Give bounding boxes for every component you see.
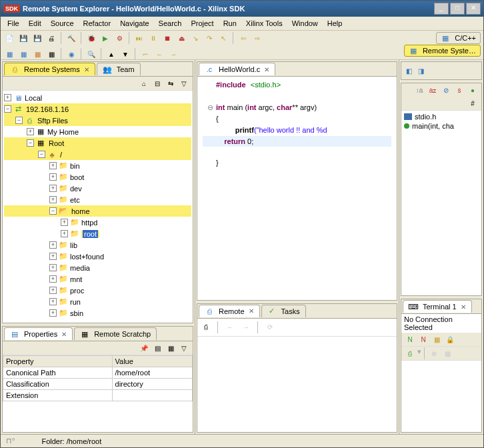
az-icon[interactable]: aᴢ [427, 84, 439, 96]
tab-team[interactable]: 👥Team [97, 63, 141, 75]
settings-icon[interactable]: ▦ [431, 333, 443, 345]
back-button[interactable]: ⇦ [237, 32, 249, 44]
outline-btn1[interactable]: ◧ [403, 65, 415, 77]
tab-properties[interactable]: ▤Properties✕ [4, 327, 73, 340]
terminal-content[interactable] [401, 361, 481, 432]
menu-search[interactable]: Search [155, 18, 186, 29]
menu-run[interactable]: Run [219, 18, 241, 29]
tree-dev: +📁dev [4, 183, 191, 194]
menu-dropdown-icon[interactable]: ▽ [178, 342, 190, 354]
sort-icon[interactable]: ↕a [413, 84, 425, 96]
close-button[interactable]: ✕ [466, 3, 481, 15]
folder-icon: 📁 [59, 195, 68, 205]
outline-btn2[interactable]: ◨ [415, 65, 427, 77]
hide-nonpublic-icon[interactable]: ● [467, 84, 479, 96]
close-tab-icon[interactable]: ✕ [249, 307, 254, 315]
maximize-button[interactable]: □ [450, 3, 465, 15]
linker-button[interactable]: ▦ [45, 48, 57, 60]
ext-tools-button[interactable]: ⚙ [113, 32, 125, 44]
minimize-button[interactable]: _ [434, 3, 449, 15]
pin-button[interactable]: 📌 [138, 342, 150, 354]
history-fwd-button[interactable]: → [167, 48, 179, 60]
connect-icon[interactable]: N [404, 333, 416, 345]
step-into-button[interactable]: ↘ [189, 32, 201, 44]
menu-xilinx-tools[interactable]: Xilinx Tools [242, 18, 287, 29]
suspend-button[interactable]: ⏸ [147, 32, 159, 44]
filter-button[interactable]: ▦ [165, 342, 177, 354]
annotation-next-button[interactable]: ▼ [119, 48, 131, 60]
save-button[interactable]: 💾 [17, 32, 29, 44]
close-tab-icon[interactable]: ✕ [461, 303, 466, 311]
perspective-cpp[interactable]: ▦C/C++ [436, 32, 481, 44]
tab-remote[interactable]: ⎙Remote✕ [199, 305, 260, 317]
search-button[interactable]: 🔍 [85, 48, 97, 60]
scratchpad-icon: ▦ [80, 329, 89, 339]
last-edit-button[interactable]: ⤺ [139, 48, 151, 60]
history-back-button[interactable]: ← [153, 48, 165, 60]
menu-refactor[interactable]: Refactor [79, 18, 115, 29]
disconnect-icon[interactable]: N [417, 333, 429, 345]
tab-terminal[interactable]: ⌨Terminal 1✕ [403, 300, 472, 313]
resume-button[interactable]: ⏭ [133, 32, 145, 44]
menu-file[interactable]: File [3, 18, 23, 29]
tree-sftp: −⎙Sftp Files [4, 115, 191, 126]
remote-systems-tree[interactable]: +🖥Local −⇄192.168.1.16 −⎙Sftp Files +▦My… [3, 91, 193, 323]
hash-icon[interactable]: # [467, 97, 479, 109]
close-tab-icon[interactable]: ✕ [264, 66, 269, 73]
disconnect-button[interactable]: ⏏ [175, 32, 187, 44]
refresh-icon[interactable]: ⟳ [264, 321, 276, 333]
step-over-button[interactable]: ↷ [203, 32, 215, 44]
folder-open-icon: 📂 [59, 207, 68, 216]
program-fpga-button[interactable]: ▦ [3, 48, 15, 60]
outline-tree[interactable]: stdio.h main(int, cha [401, 111, 481, 295]
term-btn1[interactable]: ⎙ [404, 347, 416, 359]
menu-help[interactable]: Help [323, 18, 347, 29]
link-button[interactable]: ⇆ [165, 77, 177, 89]
scroll-lock-icon[interactable]: 🔒 [444, 333, 456, 345]
hide-static-icon[interactable]: s [453, 84, 465, 96]
table-row: Canonical Path/home/root [3, 367, 193, 379]
hide-fields-icon[interactable]: ⊘ [440, 84, 452, 96]
prop-header-value[interactable]: Value [112, 356, 192, 367]
tree-lib: +📁lib [4, 239, 191, 251]
shell-button[interactable]: ⎙ [200, 321, 212, 333]
tree-home: −📂home [4, 205, 191, 217]
run-button[interactable]: ▶ [99, 32, 111, 44]
annotation-prev-button[interactable]: ▲ [105, 48, 117, 60]
tab-scratchpad[interactable]: ▦Remote Scratchp [74, 327, 157, 340]
menu-window[interactable]: Window [288, 18, 322, 29]
debug-button[interactable]: 🐞 [85, 32, 97, 44]
editor-tab[interactable]: .cHelloWorld.c✕ [199, 63, 275, 75]
close-tab-icon[interactable]: ✕ [61, 331, 67, 338]
forward-button[interactable]: ⇨ [251, 32, 263, 44]
home-button[interactable]: ⌂ [138, 77, 150, 89]
term-stop-icon[interactable]: ⊗ [428, 347, 440, 359]
editor-content[interactable]: #include <stdio.h> ⊖int main (int argc, … [197, 77, 397, 300]
menu-dropdown-icon[interactable]: ▽ [178, 77, 190, 89]
menu-project[interactable]: Project [187, 18, 217, 29]
fwd-arrow-icon[interactable]: → [240, 321, 252, 333]
properties-icon: ▤ [10, 329, 19, 339]
prop-header-property[interactable]: Property [3, 356, 113, 367]
print-button[interactable]: 🖨 [45, 32, 57, 44]
menu-navigate[interactable]: Navigate [116, 18, 153, 29]
open-type-button[interactable]: ◉ [65, 48, 77, 60]
terminate-button[interactable]: ⏹ [161, 32, 173, 44]
menu-edit[interactable]: Edit [25, 18, 45, 29]
close-tab-icon[interactable]: ✕ [84, 66, 89, 73]
tab-remote-systems[interactable]: ⎙Remote Systems✕ [4, 63, 95, 75]
xmd-button[interactable]: ▦ [17, 48, 29, 60]
back-arrow-icon[interactable]: ← [224, 321, 236, 333]
bsp-button[interactable]: ▦ [31, 48, 43, 60]
build-button[interactable]: 🔨 [65, 32, 77, 44]
collapse-button[interactable]: ⊟ [151, 77, 163, 89]
save-all-button[interactable]: 💾 [31, 32, 43, 44]
menu-source[interactable]: Source [47, 18, 78, 29]
right-column: ◧ ◨ ↕a aᴢ ⊘ s ● # stdio.h main(int, cha … [399, 60, 483, 434]
categories-button[interactable]: ▤ [151, 342, 163, 354]
perspective-remote[interactable]: ▦Remote Syste… [404, 45, 481, 57]
term-clear-icon[interactable]: ▦ [441, 347, 453, 359]
new-button[interactable]: 📄 [3, 32, 15, 44]
tab-tasks[interactable]: ✓Tasks [261, 305, 306, 317]
step-return-button[interactable]: ↖ [217, 32, 229, 44]
